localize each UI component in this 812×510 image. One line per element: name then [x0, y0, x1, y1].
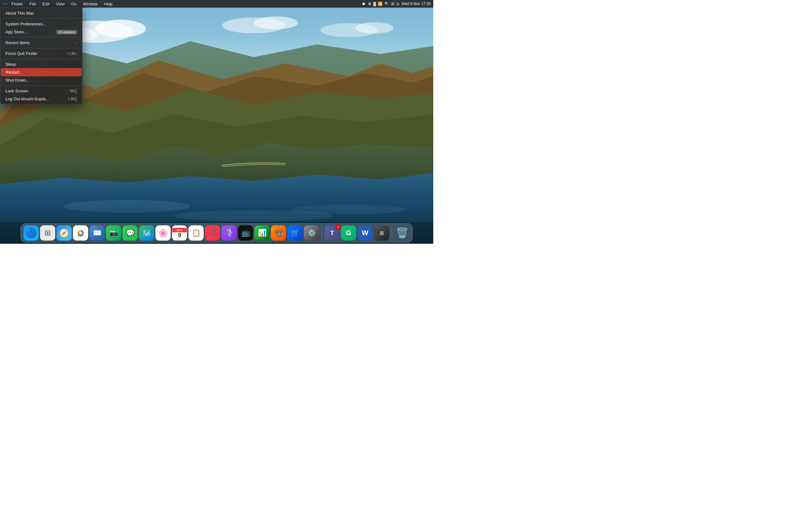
menubar-window[interactable]: Window	[81, 1, 100, 7]
dock-item-numbers[interactable]: 📊	[254, 225, 270, 240]
dock: 🔵 ⊞ 🧭 ✉️ 📷	[21, 223, 413, 243]
recent-items-label: Recent Items	[5, 40, 30, 45]
dock-item-podcasts[interactable]: 🎙️	[221, 225, 237, 240]
lock-screen-shortcut: ^⌘Q	[68, 89, 77, 93]
dock-item-window-switcher[interactable]: ⊞	[374, 225, 389, 240]
separator-3	[0, 48, 82, 48]
svg-point-15	[63, 200, 190, 213]
dock-item-grammarly[interactable]: G	[341, 225, 356, 240]
screen-record-icon[interactable]: ⏺	[362, 2, 366, 6]
restart-label: Restart...	[6, 70, 23, 75]
dock-item-systemprefs[interactable]: ⚙️	[304, 225, 319, 240]
logout-shortcut: ⇧⌘Q	[67, 97, 77, 101]
recent-items-chevron: ›	[76, 41, 77, 45]
menu-item-about[interactable]: About This Mac	[0, 9, 82, 17]
desktop: Finder File Edit View Go Window Help ⏺ 🖥…	[0, 0, 433, 244]
menu-item-force-quit[interactable]: Force Quit Finder ⌥⌘⎋	[0, 50, 82, 57]
dock-item-calendar[interactable]: NOV 9	[172, 225, 187, 240]
menu-item-logout[interactable]: Log Out khushi Gupta... ⇧⌘Q	[0, 95, 82, 103]
svg-point-2	[95, 20, 146, 37]
menu-item-shutdown[interactable]: Shut Down...	[0, 76, 82, 84]
dock-item-appstore[interactable]: 🛒	[288, 225, 303, 240]
dock-item-finder[interactable]: 🔵	[24, 225, 39, 240]
menu-item-restart[interactable]: Restart...	[1, 68, 82, 76]
control-center-icon[interactable]: ⊞	[391, 2, 394, 6]
menu-item-sleep[interactable]: Sleep	[0, 60, 82, 68]
about-label: About This Mac	[5, 11, 34, 16]
menu-item-lock-screen[interactable]: Lock Screen ^⌘Q	[0, 87, 82, 95]
dock-item-reminders[interactable]: 📋	[188, 225, 204, 240]
logout-label: Log Out khushi Gupta...	[5, 96, 49, 101]
menubar-left: Finder File Edit View Go Window Help	[3, 1, 115, 7]
menubar-finder[interactable]: Finder	[9, 1, 26, 7]
battery-icon[interactable]: ▓	[373, 2, 376, 6]
dock-separator-2	[392, 227, 392, 239]
menubar-view[interactable]: View	[53, 1, 67, 7]
menubar-file[interactable]: File	[27, 1, 39, 7]
menu-item-app-store[interactable]: App Store... 10 updates	[0, 28, 82, 36]
separator-2	[0, 37, 82, 37]
display-icon[interactable]: 🖥	[368, 2, 371, 6]
dock-item-word[interactable]: W	[358, 225, 373, 240]
shutdown-label: Shut Down...	[5, 78, 29, 83]
svg-point-17	[292, 205, 406, 214]
dock-item-teams[interactable]: T 1	[325, 225, 340, 240]
menu-item-recent-items[interactable]: Recent Items ›	[0, 39, 82, 47]
app-store-badge: 10 updates	[56, 30, 77, 34]
menubar-help[interactable]: Help	[101, 1, 115, 7]
dock-item-facetime[interactable]: 📷	[106, 225, 121, 240]
menubar-right: ⏺ 🖥 ▓ 📶 🔍 ⊞ ◎ Wed 9 Nov 17:35	[362, 2, 431, 6]
teams-badge: 1	[336, 224, 341, 229]
sleep-label: Sleep	[5, 62, 16, 67]
dock-item-appletv[interactable]: 📺	[238, 225, 253, 240]
force-quit-label: Force Quit Finder	[5, 51, 37, 56]
search-icon[interactable]: 🔍	[385, 2, 389, 6]
dock-item-maps[interactable]: 🗺️	[139, 225, 154, 240]
datetime-display: Wed 9 Nov 17:35	[401, 2, 431, 6]
force-quit-shortcut: ⌥⌘⎋	[67, 51, 77, 56]
dock-item-safari[interactable]: 🧭	[57, 225, 72, 240]
separator-4	[0, 59, 82, 59]
app-store-label: App Store...	[5, 30, 27, 34]
dock-item-trash[interactable]: 🗑️	[395, 225, 410, 240]
separator-1	[0, 19, 82, 19]
wifi-icon[interactable]: 📶	[378, 2, 383, 6]
svg-point-20	[79, 232, 82, 234]
menu-item-system-prefs[interactable]: System Preferences...	[0, 20, 82, 28]
dock-item-mail[interactable]: ✉️	[89, 225, 105, 240]
dock-item-launchpad[interactable]: ⊞	[40, 225, 55, 240]
svg-point-7	[355, 22, 393, 34]
system-prefs-label: System Preferences...	[5, 22, 46, 26]
dock-item-messages[interactable]: 💬	[122, 225, 138, 240]
dock-item-photos[interactable]: 🌸	[155, 225, 171, 240]
apple-menu-dropdown: About This Mac System Preferences... App…	[0, 8, 83, 105]
menubar-edit[interactable]: Edit	[40, 1, 52, 7]
dock-item-keynote[interactable]: 📽️	[271, 225, 286, 240]
dock-item-music[interactable]: 🎵	[205, 225, 220, 240]
dock-separator	[322, 227, 322, 239]
menubar: Finder File Edit View Go Window Help ⏺ 🖥…	[0, 0, 433, 8]
lock-screen-label: Lock Screen	[5, 89, 28, 93]
apple-menu-trigger[interactable]	[3, 3, 8, 4]
siri-icon[interactable]: ◎	[396, 2, 399, 6]
menubar-go[interactable]: Go	[68, 1, 79, 7]
svg-point-5	[254, 17, 298, 29]
separator-5	[0, 85, 82, 86]
dock-item-chrome[interactable]	[73, 225, 88, 240]
